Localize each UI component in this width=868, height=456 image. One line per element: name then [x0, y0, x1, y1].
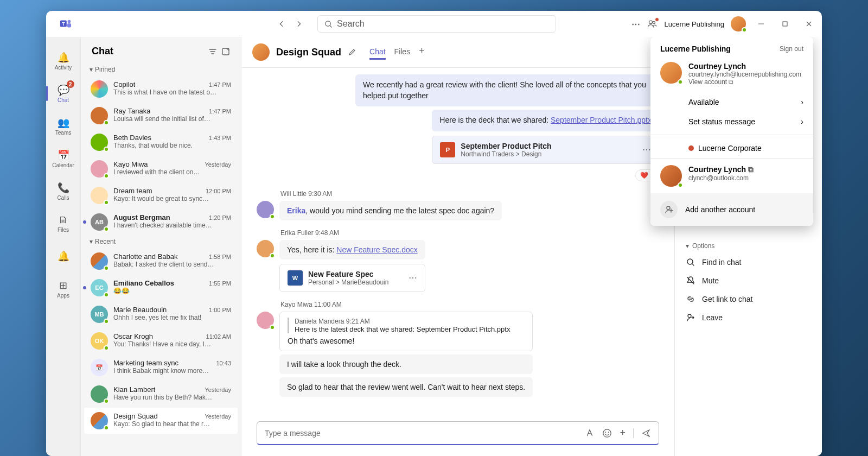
send-button[interactable]: [641, 428, 651, 438]
secondary-account[interactable]: Courtney Lynch ⧉ clynch@outlook.com: [650, 158, 813, 193]
recent-section[interactable]: ▾Recent: [81, 236, 241, 248]
set-status-button[interactable]: Set status message›: [650, 112, 813, 131]
window-minimize-button[interactable]: [752, 15, 770, 33]
format-button[interactable]: [585, 428, 595, 438]
apps-icon: ⊞: [59, 280, 67, 292]
chat-item-time: Yesterday: [205, 387, 231, 393]
chat-list-item[interactable]: Design SquadYesterdayKayo: So glad to he…: [84, 408, 238, 434]
edit-title-button[interactable]: [348, 48, 356, 56]
add-tab-button[interactable]: +: [419, 45, 425, 60]
chat-list-item[interactable]: ECEmiliano Ceballos1:55 PM😂😂: [84, 275, 238, 301]
rail-chat[interactable]: 2💬Chat: [48, 78, 79, 109]
compose-box[interactable]: +: [257, 421, 659, 445]
file-attachment[interactable]: P September Product Pitch Northwind Trad…: [432, 136, 659, 164]
filter-button[interactable]: [208, 47, 217, 56]
chat-item-time: 1:20 PM: [209, 214, 231, 221]
options-section-label[interactable]: ▾Options: [686, 242, 811, 250]
mention[interactable]: Erika: [287, 206, 305, 215]
tab-files[interactable]: Files: [394, 45, 411, 60]
chat-list-item[interactable]: MBMarie Beaudouin1:00 PMOhhh I see, yes …: [84, 301, 238, 327]
file-more-button[interactable]: ⋯: [642, 144, 651, 155]
leave-button[interactable]: Leave: [686, 308, 811, 327]
add-account-button[interactable]: Add another account: [650, 193, 813, 226]
popup-avatar: [660, 165, 682, 187]
message-list: We recently had a great review with the …: [241, 68, 674, 417]
rail-activity[interactable]: 🔔Activity: [48, 46, 79, 76]
chevron-right-icon: ›: [801, 117, 803, 126]
svg-point-2: [68, 20, 71, 23]
chevron-right-icon: ›: [801, 98, 803, 106]
chat-list-item[interactable]: Beth Davies1:43 PMThanks, that would be …: [84, 129, 238, 155]
rail-teams[interactable]: 👥Teams: [48, 111, 79, 141]
chat-list-item[interactable]: Ray Tanaka1:47 PMLouisa will send the in…: [84, 103, 238, 129]
teams-logo: T: [57, 15, 74, 33]
find-in-chat-button[interactable]: Find in chat: [686, 253, 811, 271]
chat-item-time: Yesterday: [205, 413, 231, 420]
pinned-section[interactable]: ▾Pinned: [81, 64, 241, 75]
compose-input[interactable]: [265, 429, 579, 438]
rail-apps[interactable]: ⊞Apps: [48, 274, 79, 304]
quoted-message: Daniela Mandera 9:21 AM Here is the late…: [279, 312, 533, 351]
file-link[interactable]: September Product Pitch.pptx: [551, 116, 652, 124]
chat-item-name: Design Squad: [113, 412, 158, 420]
nav-back-button[interactable]: [274, 16, 289, 31]
file-attachment[interactable]: W New Feature Spec Personal > MarieBeaud…: [279, 264, 425, 292]
new-chat-button[interactable]: [221, 47, 230, 56]
avatar: [91, 160, 108, 178]
search-input[interactable]: Search: [317, 15, 556, 33]
chat-item-time: 10:43: [216, 360, 231, 366]
chat-list-item[interactable]: Charlotte and Babak1:58 PMBabak: I asked…: [84, 248, 238, 274]
svg-point-13: [688, 314, 691, 318]
calendar-icon: 📅: [91, 359, 108, 376]
presence-status-button[interactable]: Available›: [650, 92, 813, 112]
chat-list: Chat ▾Pinned Copilot1:47 PMThis is what …: [81, 37, 241, 456]
rail-files[interactable]: 🗎Files: [48, 208, 79, 239]
chat-list-item[interactable]: 📅Marketing team sync10:43I think Babak m…: [84, 354, 238, 381]
rail-calendar[interactable]: 📅Calendar: [48, 143, 79, 174]
tenant-item[interactable]: Lucerne Corporate: [650, 138, 813, 158]
chat-item-preview: You: Thanks! Have a nice day, I…: [113, 340, 231, 348]
chat-list-item[interactable]: Kian LambertYesterdayHave you run this b…: [84, 381, 238, 407]
emoji-button[interactable]: [602, 428, 612, 438]
chat-item-name: Emiliano Ceballos: [113, 279, 174, 287]
search-placeholder: Search: [337, 19, 365, 29]
add-button[interactable]: +: [620, 427, 626, 439]
message-bubble: We recently had a great review with the …: [355, 74, 659, 106]
busy-presence-icon: [688, 145, 694, 151]
chat-list-item[interactable]: OKOscar Krogh11:02 AMYou: Thanks! Have a…: [84, 328, 238, 354]
chat-item-time: 1:47 PM: [209, 81, 231, 88]
window-maximize-button[interactable]: [776, 15, 794, 33]
profile-avatar[interactable]: [731, 16, 746, 31]
mute-button[interactable]: Mute: [686, 271, 811, 290]
chat-item-name: Oscar Krogh: [113, 332, 153, 340]
chat-item-preview: Babak: I asked the client to send…: [113, 261, 231, 268]
leave-icon: [686, 313, 695, 322]
svg-point-12: [687, 259, 693, 264]
chat-item-preview: Kayo: So glad to hear that the r…: [113, 420, 231, 428]
chat-list-item[interactable]: Kayo MiwaYesterdayI reviewed with the cl…: [84, 156, 238, 182]
nav-forward-button[interactable]: [291, 16, 307, 31]
window-close-button[interactable]: [800, 15, 818, 33]
rail-calls[interactable]: 📞Calls: [48, 176, 79, 206]
more-button[interactable]: ⋯: [631, 19, 640, 29]
chat-list-item[interactable]: ABAugust Bergman1:20 PMI haven't checked…: [84, 209, 238, 235]
people-icon[interactable]: [647, 18, 658, 29]
chat-item-preview: 😂😂: [113, 287, 231, 295]
popup-avatar: [660, 62, 682, 84]
chat-list-item[interactable]: Dream team12:00 PMKayo: It would be grea…: [84, 182, 238, 208]
rail-notifications[interactable]: 🔔: [48, 241, 79, 271]
tab-chat[interactable]: Chat: [369, 45, 386, 60]
chat-item-preview: Kayo: It would be great to sync…: [113, 195, 231, 202]
chat-list-item[interactable]: Copilot1:47 PMThis is what I have on the…: [84, 76, 238, 102]
svg-text:T: T: [62, 21, 65, 27]
caret-down-icon: ▾: [90, 66, 93, 73]
file-more-button[interactable]: ⋯: [409, 273, 417, 283]
mute-icon: [686, 276, 695, 286]
file-link[interactable]: New Feature Spec.docx: [336, 245, 417, 254]
get-link-button[interactable]: Get link to chat: [686, 290, 811, 308]
avatar: [91, 385, 108, 403]
view-account-link[interactable]: View account ⧉: [688, 78, 801, 86]
titlebar: T Search ⋯ Lucerne Publishing: [46, 11, 822, 37]
signout-button[interactable]: Sign out: [780, 45, 803, 53]
avatar: EC: [91, 279, 108, 296]
